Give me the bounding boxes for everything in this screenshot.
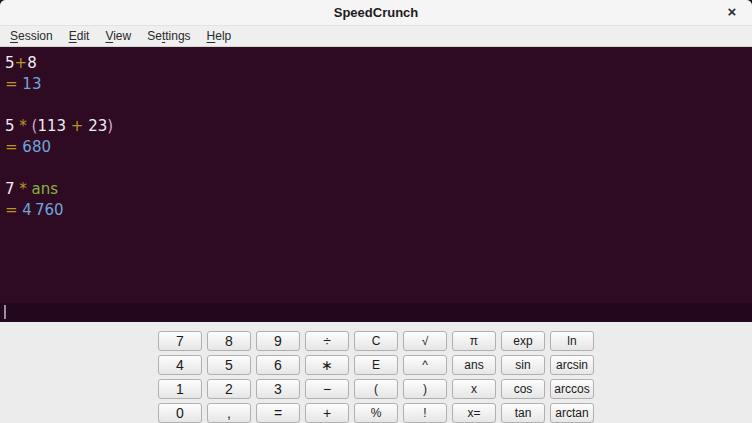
key-exp[interactable]: exp <box>501 331 545 351</box>
key-power[interactable]: ^ <box>403 355 447 375</box>
key-multiply[interactable]: ∗ <box>305 355 349 375</box>
key-1[interactable]: 1 <box>158 379 202 399</box>
history-token: ans <box>32 180 59 198</box>
history-line: = 680 <box>5 137 747 158</box>
history-token: 13 <box>22 75 41 93</box>
title-bar: SpeedCrunch × <box>0 0 752 26</box>
key-open-paren[interactable]: ( <box>354 379 398 399</box>
key-factorial[interactable]: ! <box>403 403 447 423</box>
history-line: 7 * ans <box>5 179 747 200</box>
keypad: 789÷C√πexpln456∗E^anssinarcsin123−()xcos… <box>0 322 752 423</box>
key-divide[interactable]: ÷ <box>305 331 349 351</box>
menu-item-settings[interactable]: Settings <box>139 27 198 45</box>
text-cursor <box>4 305 6 319</box>
key-ln[interactable]: ln <box>550 331 594 351</box>
key-arcsin[interactable]: arcsin <box>550 355 594 375</box>
key-8[interactable]: 8 <box>207 331 251 351</box>
menu-item-edit[interactable]: Edit <box>61 27 98 45</box>
key-5[interactable]: 5 <box>207 355 251 375</box>
key-minus[interactable]: − <box>305 379 349 399</box>
key-arctan[interactable]: arctan <box>550 403 594 423</box>
key-0[interactable]: 0 <box>158 403 202 423</box>
menu-item-session[interactable]: Session <box>2 27 61 45</box>
history-token: = <box>5 138 18 156</box>
key-2[interactable]: 2 <box>207 379 251 399</box>
key-arccos[interactable]: arccos <box>550 379 594 399</box>
history-token: ) <box>107 117 113 135</box>
history-token: 680 <box>22 138 51 156</box>
history-token: * <box>19 180 27 198</box>
key-assign[interactable]: x= <box>452 403 496 423</box>
key-ans[interactable]: ans <box>452 355 496 375</box>
key-sin[interactable]: sin <box>501 355 545 375</box>
history-token: 23 <box>83 117 107 135</box>
history-token: 7 <box>5 180 19 198</box>
history-token: 5 <box>5 117 19 135</box>
history-token: = <box>5 75 18 93</box>
calculator-display: 5+8= 135 * (113 + 23)= 6807 * ans= 4 760 <box>0 47 752 322</box>
history-line: 5+8 <box>5 53 747 74</box>
key-cos[interactable]: cos <box>501 379 545 399</box>
speedcrunch-window: SpeedCrunch × SessionEditViewSettingsHel… <box>0 0 752 423</box>
menu-item-help[interactable]: Help <box>199 27 240 45</box>
key-6[interactable]: 6 <box>256 355 300 375</box>
key-tan[interactable]: tan <box>501 403 545 423</box>
history-line: = 4 760 <box>5 200 747 221</box>
key-4[interactable]: 4 <box>158 355 202 375</box>
calculation-history: 5+8= 135 * (113 + 23)= 6807 * ans= 4 760 <box>0 47 752 221</box>
key-clear[interactable]: C <box>354 331 398 351</box>
key-7[interactable]: 7 <box>158 331 202 351</box>
history-token: + <box>71 117 84 135</box>
key-exponent[interactable]: E <box>354 355 398 375</box>
history-spacer <box>5 95 747 116</box>
key-pi[interactable]: π <box>452 331 496 351</box>
history-token: = <box>5 201 18 219</box>
history-token: 4 760 <box>22 201 63 219</box>
history-token: * <box>19 117 27 135</box>
key-sqrt[interactable]: √ <box>403 331 447 351</box>
key-plus[interactable]: + <box>305 403 349 423</box>
history-spacer <box>5 158 747 179</box>
window-title: SpeedCrunch <box>334 5 419 20</box>
key-x[interactable]: x <box>452 379 496 399</box>
history-token: 113 <box>37 117 70 135</box>
history-token: + <box>15 54 28 72</box>
key-close-paren[interactable]: ) <box>403 379 447 399</box>
expression-input[interactable] <box>0 303 752 322</box>
history-line: 5 * (113 + 23) <box>5 116 747 137</box>
history-token: 8 <box>27 54 37 72</box>
key-percent[interactable]: % <box>354 403 398 423</box>
history-line: = 13 <box>5 74 747 95</box>
menu-item-view[interactable]: View <box>97 27 139 45</box>
menu-bar: SessionEditViewSettingsHelp <box>0 26 752 47</box>
key-comma[interactable]: , <box>207 403 251 423</box>
key-equals[interactable]: = <box>256 403 300 423</box>
key-9[interactable]: 9 <box>256 331 300 351</box>
close-icon[interactable]: × <box>722 2 742 22</box>
key-3[interactable]: 3 <box>256 379 300 399</box>
history-token: 5 <box>5 54 15 72</box>
